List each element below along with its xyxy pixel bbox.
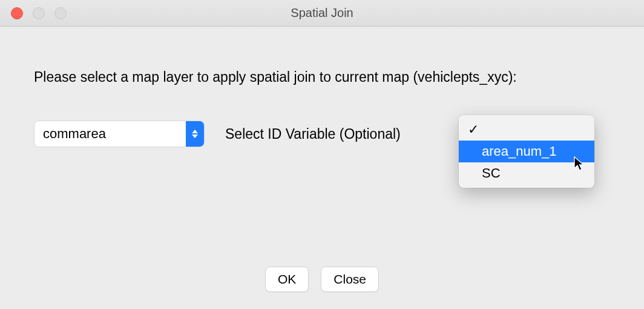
layer-combobox[interactable]: commarea xyxy=(34,121,205,147)
id-variable-popup: ✓ area_num_1 SC xyxy=(459,115,594,188)
titlebar: Spatial Join xyxy=(0,0,644,27)
updown-icon xyxy=(186,121,204,147)
id-variable-label: Select ID Variable (Optional) xyxy=(225,126,401,142)
close-window-icon[interactable] xyxy=(11,7,23,19)
traffic-lights xyxy=(11,7,67,19)
popup-item-blank[interactable]: ✓ xyxy=(459,119,594,141)
popup-item-area-num-1[interactable]: area_num_1 xyxy=(459,141,594,162)
dialog-buttons: OK Close xyxy=(0,267,644,292)
popup-item-label: area_num_1 xyxy=(482,144,588,159)
popup-item-sc[interactable]: SC xyxy=(459,162,594,184)
close-button[interactable]: Close xyxy=(321,267,379,292)
check-icon: ✓ xyxy=(465,122,482,138)
zoom-window-icon[interactable] xyxy=(54,7,67,19)
popup-item-label: SC xyxy=(482,165,588,181)
ok-button[interactable]: OK xyxy=(265,267,309,292)
instruction-text: Please select a map layer to apply spati… xyxy=(34,69,610,85)
window-title: Spatial Join xyxy=(0,6,644,20)
layer-combobox-value: commarea xyxy=(34,121,186,147)
minimize-window-icon[interactable] xyxy=(33,7,45,19)
